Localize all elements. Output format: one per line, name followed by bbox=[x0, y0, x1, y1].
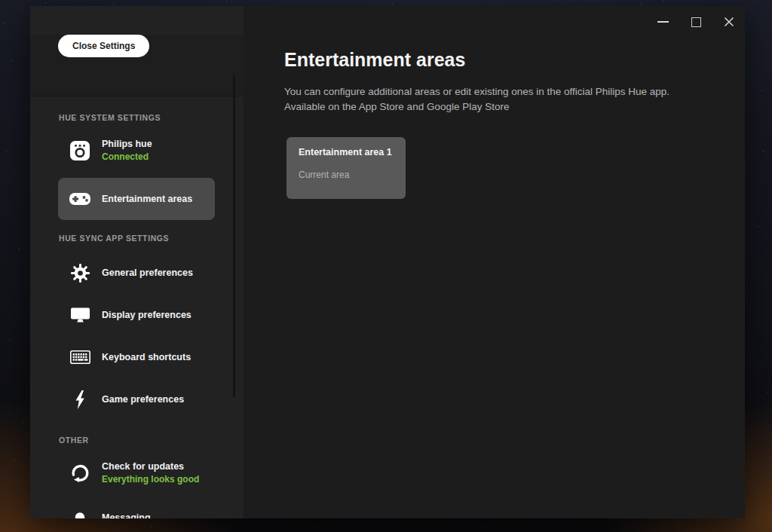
settings-content: Entertainment areas You can configure ad… bbox=[244, 6, 745, 518]
sidebar-item-keyboard-shortcuts[interactable]: Keyboard shortcuts bbox=[58, 336, 215, 378]
maximize-button[interactable] bbox=[690, 14, 702, 30]
sidebar-item-general-preferences[interactable]: General preferences bbox=[58, 252, 215, 294]
sidebar-item-display-preferences[interactable]: Display preferences bbox=[58, 294, 215, 336]
section-header-other: OTHER bbox=[59, 436, 244, 445]
sidebar-item-label: Check for updates bbox=[102, 461, 199, 472]
close-icon bbox=[723, 16, 735, 28]
monitor-icon bbox=[58, 307, 102, 323]
close-button[interactable] bbox=[723, 14, 735, 30]
settings-sidebar: Close Settings HUE SYSTEM SETTINGS Phili… bbox=[30, 6, 244, 518]
page-title: Entertainment areas bbox=[284, 48, 745, 71]
entertainment-area-status: Current area bbox=[299, 170, 394, 180]
window-controls bbox=[657, 14, 735, 30]
sidebar-item-game-preferences[interactable]: Game preferences bbox=[58, 378, 215, 420]
refresh-icon bbox=[58, 463, 102, 484]
entertainment-area-card[interactable]: Entertainment area 1 Current area bbox=[286, 137, 406, 199]
connection-status: Connected bbox=[102, 151, 152, 162]
minimize-icon bbox=[657, 21, 669, 23]
sidebar-item-label: General preferences bbox=[102, 268, 193, 279]
section-header-hue-sync-app: HUE SYNC APP SETTINGS bbox=[59, 234, 244, 243]
sidebar-item-label: Entertainment areas bbox=[102, 194, 192, 205]
sidebar-scrollbar[interactable] bbox=[233, 75, 235, 397]
sidebar-item-messaging[interactable]: Messaging bbox=[58, 497, 215, 518]
maximize-icon bbox=[691, 17, 701, 27]
hue-bridge-icon bbox=[58, 141, 102, 161]
hue-sync-settings-window: Close Settings HUE SYSTEM SETTINGS Phili… bbox=[30, 6, 745, 518]
gamepad-icon bbox=[58, 192, 102, 206]
sidebar-item-label: Game preferences bbox=[102, 394, 184, 405]
gear-icon bbox=[58, 264, 102, 283]
stars-decoration bbox=[0, 0, 1, 1]
section-header-hue-system: HUE SYSTEM SETTINGS bbox=[59, 113, 244, 122]
keyboard-icon bbox=[58, 350, 102, 364]
minimize-button[interactable] bbox=[657, 14, 669, 30]
sidebar-topbar: Close Settings bbox=[30, 35, 244, 96]
entertainment-area-name: Entertainment area 1 bbox=[299, 147, 394, 157]
page-description: You can configure additional areas or ed… bbox=[284, 84, 703, 115]
desktop-wallpaper: Close Settings HUE SYSTEM SETTINGS Phili… bbox=[0, 0, 772, 532]
bell-icon bbox=[58, 512, 102, 519]
sidebar-item-entertainment-areas[interactable]: Entertainment areas bbox=[58, 178, 215, 220]
close-settings-button[interactable]: Close Settings bbox=[58, 35, 149, 57]
sidebar-item-label: Display preferences bbox=[102, 310, 191, 321]
bolt-icon bbox=[58, 390, 102, 409]
sidebar-item-check-for-updates[interactable]: Check for updates Everything looks good bbox=[58, 450, 215, 497]
sidebar-item-label: Philips hue bbox=[102, 139, 152, 150]
sidebar-item-philips-hue[interactable]: Philips hue Connected bbox=[58, 130, 215, 172]
sidebar-item-label: Messaging bbox=[102, 512, 151, 519]
sidebar-item-label: Keyboard shortcuts bbox=[102, 352, 191, 363]
update-status: Everything looks good bbox=[102, 474, 199, 485]
